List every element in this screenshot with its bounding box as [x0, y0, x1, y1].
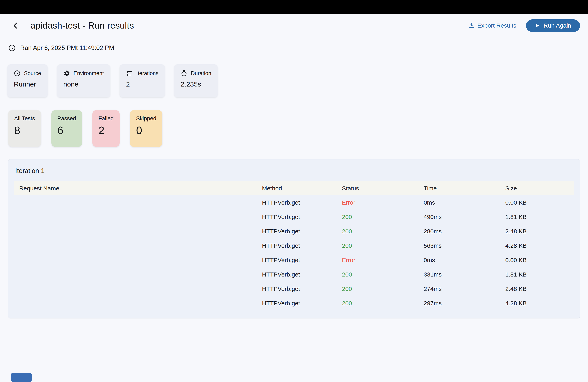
gear-icon: [63, 70, 70, 77]
info-value-source: Runner: [14, 80, 41, 88]
stat-label-failed: Failed: [98, 115, 114, 122]
stat-card-failed[interactable]: Failed 2: [92, 110, 120, 147]
cell-status: 200: [337, 213, 419, 220]
header-actions: Export Results Run Again: [468, 19, 580, 32]
stat-card-all-tests[interactable]: All Tests 8: [8, 110, 41, 147]
cell-size: 1.81 KB: [501, 213, 574, 220]
horizontal-scrollbar-thumb[interactable]: [11, 373, 32, 382]
cell-status: 200: [337, 286, 419, 292]
info-label-iterations: Iterations: [136, 70, 158, 76]
cell-status: 200: [337, 242, 419, 249]
cell-method: HTTPVerb.get: [257, 286, 337, 292]
page-header: apidash-test - Run results Export Result…: [11, 14, 580, 37]
column-header-size: Size: [501, 185, 574, 192]
table-row: HTTPVerb.get 200 563ms 4.28 KB: [14, 239, 574, 253]
stat-label-skipped: Skipped: [136, 115, 156, 122]
info-label-duration: Duration: [191, 70, 211, 76]
cell-method: HTTPVerb.get: [257, 257, 337, 264]
export-results-label: Export Results: [477, 22, 516, 29]
run-again-label: Run Again: [544, 22, 571, 29]
column-header-request-name: Request Name: [14, 185, 257, 192]
cell-method: HTTPVerb.get: [257, 199, 337, 206]
info-value-duration: 2.235s: [181, 80, 211, 88]
back-chevron-icon: [12, 22, 20, 29]
info-label-environment: Environment: [74, 70, 104, 76]
cell-method: HTTPVerb.get: [257, 271, 337, 278]
cell-size: 4.28 KB: [501, 300, 574, 307]
table-row: HTTPVerb.get 200 297ms 4.28 KB: [14, 296, 574, 310]
info-card-iterations: Iterations 2: [120, 64, 165, 97]
run-timestamp: Ran Apr 6, 2025 PMt 11:49:02 PM: [20, 44, 114, 52]
cell-time: 0ms: [419, 257, 500, 264]
table-row: HTTPVerb.get 200 490ms 1.81 KB: [14, 210, 574, 224]
stat-value-passed: 6: [57, 124, 76, 136]
cell-time: 297ms: [419, 300, 500, 307]
cell-time: 490ms: [419, 213, 500, 220]
page-title: apidash-test - Run results: [30, 20, 134, 31]
cell-method: HTTPVerb.get: [257, 242, 337, 249]
results-table-header: Request Name Method Status Time Size: [14, 181, 574, 195]
play-circle-icon: [14, 70, 21, 77]
cell-status: 200: [337, 300, 419, 307]
cell-status: Error: [337, 199, 419, 206]
column-header-status: Status: [337, 185, 419, 192]
stat-label-all-tests: All Tests: [14, 115, 35, 122]
repeat-icon: [126, 70, 133, 77]
play-icon: [535, 23, 540, 28]
cell-status: Error: [337, 257, 419, 264]
info-value-environment: none: [63, 80, 104, 88]
info-card-source: Source Runner: [7, 64, 48, 97]
timer-icon: [181, 70, 188, 77]
stat-label-passed: Passed: [57, 115, 76, 122]
export-results-button[interactable]: Export Results: [468, 22, 516, 29]
cell-method: HTTPVerb.get: [257, 213, 337, 220]
test-stat-cards: All Tests 8 Passed 6 Failed 2 Skipped 0: [8, 110, 162, 147]
run-again-button[interactable]: Run Again: [526, 19, 580, 32]
clock-icon: [8, 44, 16, 52]
cell-size: 4.28 KB: [501, 242, 574, 249]
iteration-title: Iteration 1: [15, 167, 580, 175]
cell-status: 200: [337, 271, 419, 278]
cell-time: 563ms: [419, 242, 500, 249]
cell-size: 2.48 KB: [501, 286, 574, 292]
column-header-method: Method: [257, 185, 337, 192]
table-row: HTTPVerb.get Error 0ms 0.00 KB: [14, 195, 574, 210]
iteration-results-panel: Iteration 1 Request Name Method Status T…: [8, 159, 580, 319]
cell-time: 331ms: [419, 271, 500, 278]
window-top-bar: [0, 0, 588, 14]
cell-size: 1.81 KB: [501, 271, 574, 278]
cell-size: 2.48 KB: [501, 228, 574, 235]
download-icon: [468, 22, 475, 29]
table-row: HTTPVerb.get 200 331ms 1.81 KB: [14, 267, 574, 282]
cell-method: HTTPVerb.get: [257, 228, 337, 235]
stat-card-skipped[interactable]: Skipped 0: [130, 110, 162, 147]
info-card-duration: Duration 2.235s: [174, 64, 218, 97]
cell-time: 0ms: [419, 199, 500, 206]
info-value-iterations: 2: [126, 80, 158, 88]
table-row: HTTPVerb.get 200 280ms 2.48 KB: [14, 224, 574, 239]
cell-size: 0.00 KB: [501, 199, 574, 206]
cell-size: 0.00 KB: [501, 257, 574, 264]
cell-time: 280ms: [419, 228, 500, 235]
table-row: HTTPVerb.get Error 0ms 0.00 KB: [14, 253, 574, 267]
table-row: HTTPVerb.get 200 274ms 2.48 KB: [14, 282, 574, 296]
run-timestamp-row: Ran Apr 6, 2025 PMt 11:49:02 PM: [8, 43, 114, 52]
cell-time: 274ms: [419, 286, 500, 292]
cell-status: 200: [337, 228, 419, 235]
info-card-environment: Environment none: [57, 64, 110, 97]
stat-card-passed[interactable]: Passed 6: [51, 110, 82, 147]
back-button[interactable]: [11, 21, 20, 30]
results-table: Request Name Method Status Time Size HTT…: [14, 181, 574, 310]
stat-value-skipped: 0: [136, 124, 156, 136]
info-label-source: Source: [24, 70, 41, 76]
stat-value-all-tests: 8: [14, 124, 35, 136]
cell-method: HTTPVerb.get: [257, 300, 337, 307]
run-info-cards: Source Runner Environment none Iteration…: [7, 64, 218, 97]
stat-value-failed: 2: [98, 124, 114, 136]
column-header-time: Time: [419, 185, 500, 192]
